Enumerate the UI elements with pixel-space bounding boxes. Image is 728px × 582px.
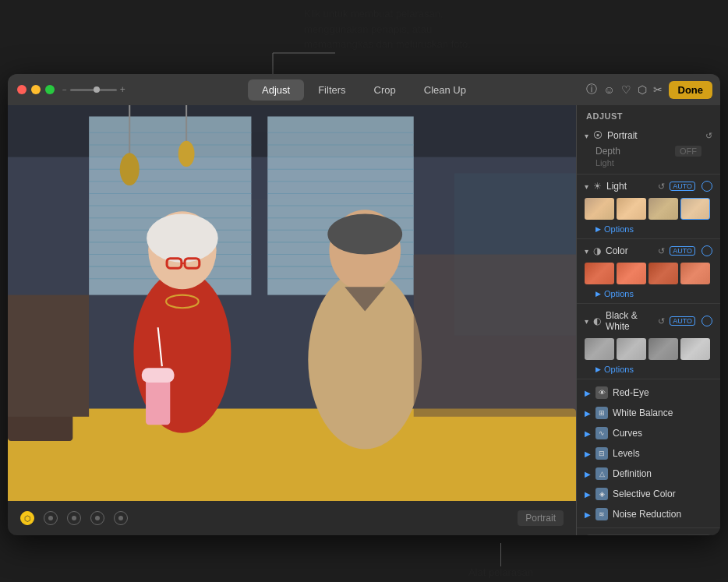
photo-tools: ⬡ bbox=[20, 511, 128, 525]
minimize-button[interactable] bbox=[31, 85, 41, 94]
light-auto-badge: AUTO bbox=[670, 182, 695, 191]
tool-portrait[interactable]: ⬡ bbox=[20, 511, 34, 525]
main-window: − + Adjust Filters Crop Clean Up ⓘ ☺ ♡ ⬡… bbox=[8, 74, 720, 535]
color-thumb-1[interactable] bbox=[585, 263, 614, 284]
bw-title: Black & White bbox=[606, 310, 653, 332]
list-item-whitebalance[interactable]: ▶ ⊞ White Balance bbox=[577, 403, 720, 423]
light-thumb-3[interactable] bbox=[648, 198, 678, 220]
tab-crop[interactable]: Crop bbox=[360, 79, 410, 101]
color-chevron[interactable]: ▾ bbox=[585, 247, 588, 256]
light-chevron[interactable]: ▾ bbox=[585, 182, 588, 191]
bw-thumbs bbox=[577, 335, 720, 363]
light-undo-icon[interactable]: ↺ bbox=[658, 182, 665, 192]
nr-icon: ≋ bbox=[595, 508, 608, 520]
portrait-title: Portrait bbox=[607, 130, 701, 141]
tab-adjust[interactable]: Adjust bbox=[248, 79, 304, 101]
light-icon: ☀ bbox=[593, 181, 602, 192]
redeye-chevron: ▶ bbox=[585, 389, 591, 397]
titlebar: − + Adjust Filters Crop Clean Up ⓘ ☺ ♡ ⬡… bbox=[8, 74, 720, 105]
zoom-slider-thumb[interactable] bbox=[94, 86, 100, 93]
bw-thumb-3[interactable] bbox=[648, 338, 678, 360]
tool-5[interactable] bbox=[114, 511, 128, 525]
list-item-definition[interactable]: ▶ △ Definition bbox=[577, 464, 720, 484]
bw-undo-icon[interactable]: ↺ bbox=[658, 316, 665, 326]
bw-chevron[interactable]: ▾ bbox=[585, 317, 588, 326]
content-area: ⬡ Portrait bbox=[8, 105, 720, 535]
close-button[interactable] bbox=[17, 85, 27, 94]
light-thumb-1[interactable] bbox=[585, 198, 614, 220]
zoom-slider-area: − + bbox=[62, 84, 125, 95]
levels-icon: ⊟ bbox=[595, 447, 608, 460]
bw-thumb-2[interactable] bbox=[617, 338, 646, 360]
color-thumb-2[interactable] bbox=[617, 263, 646, 284]
list-item-levels[interactable]: ▶ ⊟ Levels bbox=[577, 443, 720, 464]
done-button[interactable]: Done bbox=[669, 81, 713, 99]
nr-label: Noise Reduction bbox=[613, 509, 712, 520]
sc-icon: ◈ bbox=[595, 488, 608, 500]
portrait-icon: ⦿ bbox=[593, 130, 603, 141]
light-options-chevron: ▶ bbox=[595, 225, 601, 233]
list-item-noise-reduction[interactable]: ▶ ≋ Noise Reduction bbox=[577, 504, 720, 524]
bw-options-row[interactable]: ▶ Options bbox=[577, 363, 720, 376]
tool-4[interactable] bbox=[90, 511, 104, 525]
bw-thumb-4[interactable] bbox=[680, 338, 710, 360]
definition-chevron: ▶ bbox=[585, 470, 591, 478]
emoji-icon[interactable]: ☺ bbox=[603, 83, 614, 96]
photo-toolbar: ⬡ Portrait bbox=[8, 501, 576, 535]
curves-label: Curves bbox=[613, 428, 712, 439]
wb-chevron: ▶ bbox=[585, 409, 591, 418]
color-title: Color bbox=[606, 245, 653, 256]
list-item-selective-color[interactable]: ▶ ◈ Selective Color bbox=[577, 484, 720, 504]
color-thumb-4[interactable] bbox=[680, 263, 710, 284]
light-options-row[interactable]: ▶ Options bbox=[577, 223, 720, 235]
svg-point-40 bbox=[147, 213, 218, 262]
svg-rect-36 bbox=[8, 408, 576, 501]
photo-wrapper bbox=[8, 105, 576, 501]
light-thumb-2[interactable] bbox=[617, 198, 646, 220]
list-item-redeye[interactable]: ▶ 👁 Red-Eye bbox=[577, 383, 720, 403]
color-options-row[interactable]: ▶ Options bbox=[577, 287, 720, 300]
portrait-chevron[interactable]: ▾ bbox=[585, 132, 588, 140]
share-icon[interactable]: ⬡ bbox=[638, 83, 647, 96]
redeye-label: Red-Eye bbox=[613, 387, 712, 398]
color-undo-icon[interactable]: ↺ bbox=[658, 246, 665, 256]
edit-icon[interactable]: ✂ bbox=[653, 83, 663, 96]
bw-thumb-1[interactable] bbox=[585, 338, 614, 360]
bw-options-label: Options bbox=[604, 365, 634, 374]
levels-label: Levels bbox=[613, 448, 712, 459]
portrait-undo-icon[interactable]: ↺ bbox=[705, 131, 712, 141]
reset-adjustments-button[interactable]: Reset Adjustments bbox=[585, 534, 712, 535]
bw-icon: ◐ bbox=[593, 316, 601, 326]
tab-filters[interactable]: Filters bbox=[304, 79, 359, 101]
light-section: ▾ ☀ Light ↺ AUTO ▶ Options bbox=[577, 175, 720, 239]
bw-toggle[interactable] bbox=[701, 316, 712, 326]
bw-section: ▾ ◐ Black & White ↺ AUTO ▶ Options bbox=[577, 304, 720, 379]
definition-icon: △ bbox=[595, 467, 608, 480]
info-icon[interactable]: ⓘ bbox=[586, 83, 597, 97]
list-item-curves[interactable]: ▶ ∿ Curves bbox=[577, 423, 720, 443]
adjust-sidebar: ADJUST ▾ ⦿ Portrait ↺ Depth OFF Light ▾ bbox=[576, 105, 720, 535]
svg-rect-45 bbox=[146, 376, 170, 425]
heart-icon[interactable]: ♡ bbox=[621, 83, 631, 96]
adjustment-list: ▶ 👁 Red-Eye ▶ ⊞ White Balance ▶ ∿ Curves… bbox=[577, 379, 720, 528]
bw-auto-badge: AUTO bbox=[670, 316, 695, 326]
light-toggle[interactable] bbox=[701, 181, 712, 192]
bottom-callout-line bbox=[500, 543, 501, 566]
zoom-slider-track[interactable] bbox=[70, 89, 117, 91]
photo-image bbox=[8, 105, 576, 501]
tab-cleanup[interactable]: Clean Up bbox=[410, 79, 480, 101]
nr-chevron: ▶ bbox=[585, 510, 591, 519]
portrait-label: Portrait bbox=[518, 510, 564, 526]
sc-label: Selective Color bbox=[613, 489, 712, 499]
color-section-row: ▾ ◑ Color ↺ AUTO bbox=[577, 242, 720, 259]
color-thumb-3[interactable] bbox=[648, 263, 678, 284]
tool-2[interactable] bbox=[44, 511, 58, 525]
traffic-lights bbox=[8, 85, 55, 94]
light-thumb-4[interactable] bbox=[680, 198, 710, 220]
maximize-button[interactable] bbox=[45, 85, 55, 94]
color-toggle[interactable] bbox=[701, 245, 712, 256]
bw-section-row: ▾ ◐ Black & White ↺ AUTO bbox=[577, 307, 720, 335]
depth-row: Depth OFF bbox=[577, 144, 720, 158]
tool-3[interactable] bbox=[67, 511, 81, 525]
titlebar-right: ⓘ ☺ ♡ ⬡ ✂ Done bbox=[586, 81, 712, 99]
